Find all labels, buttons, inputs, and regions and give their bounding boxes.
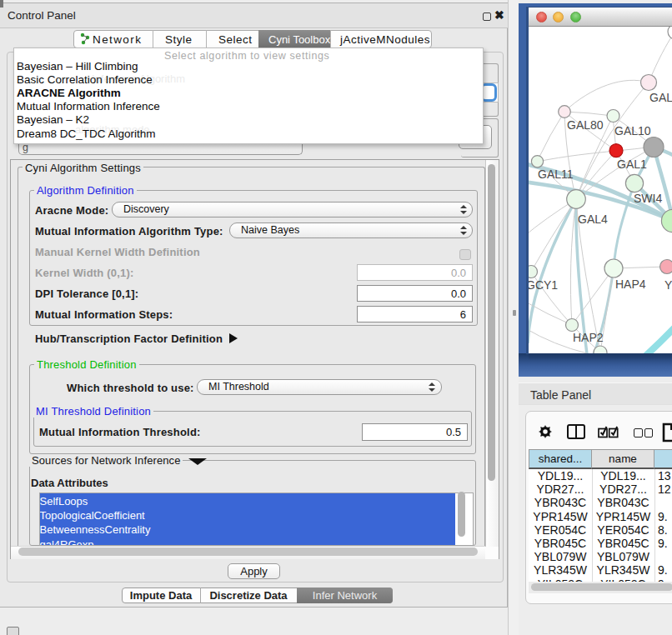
svg-text:GAL: GAL <box>649 91 672 104</box>
svg-text:GAL4: GAL4 <box>578 212 608 226</box>
svg-text:HAP4: HAP4 <box>615 278 646 291</box>
svg-text:HAP2: HAP2 <box>573 331 604 344</box>
svg-text:Y: Y <box>664 278 672 292</box>
svg-text:GAL10: GAL10 <box>614 124 651 138</box>
svg-text:GAL11: GAL11 <box>538 168 574 181</box>
svg-text:GCY1: GCY1 <box>529 278 558 292</box>
svg-text:GAL80: GAL80 <box>567 118 604 132</box>
svg-text:SWI4: SWI4 <box>634 192 662 205</box>
svg-text:GAL1: GAL1 <box>617 158 647 171</box>
